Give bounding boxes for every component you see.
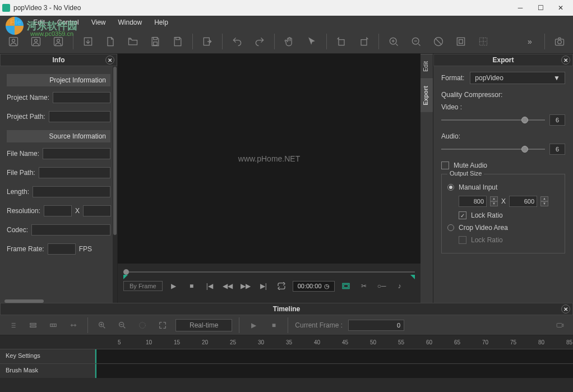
preview-viewport[interactable]: www.pHome.NET [118, 54, 420, 264]
tab-export[interactable]: Export [420, 79, 433, 112]
tool-no-zoom[interactable] [429, 33, 447, 50]
tl-tool-4[interactable] [66, 319, 81, 332]
resolution-width-input[interactable] [44, 205, 72, 216]
audio-quality-slider[interactable] [441, 149, 545, 150]
menu-window[interactable]: Window [113, 16, 148, 29]
mark-in-icon[interactable] [123, 275, 128, 279]
tl-expand[interactable] [155, 319, 170, 332]
tl-zoom-out[interactable] [115, 319, 130, 332]
output-width-input[interactable] [459, 196, 487, 207]
tl-zoom-fit[interactable] [135, 319, 150, 332]
realtime-button[interactable]: Real-time [175, 319, 232, 331]
output-height-input[interactable] [509, 196, 537, 207]
tool-save-as[interactable] [169, 33, 187, 50]
tool-hand[interactable] [280, 33, 298, 50]
minimize-button[interactable]: ─ [510, 1, 530, 15]
menu-control[interactable]: Control [52, 16, 85, 29]
tool-new-file[interactable] [101, 33, 119, 50]
tool-camera[interactable] [551, 33, 569, 50]
svg-rect-28 [557, 323, 562, 327]
mute-audio-checkbox[interactable] [441, 162, 449, 169]
loop-button[interactable] [275, 279, 288, 293]
video-quality-slider[interactable] [441, 119, 545, 121]
tl-tool-2[interactable] [26, 319, 40, 332]
close-button[interactable]: ✕ [551, 1, 571, 15]
scrubber-handle[interactable] [123, 269, 129, 275]
tool-grid[interactable] [474, 33, 492, 50]
info-scrollbar[interactable] [113, 66, 117, 303]
project-info-header: Project Information [7, 74, 110, 86]
maximize-button[interactable]: ☐ [530, 1, 551, 15]
cut-button[interactable]: ✂ [357, 279, 371, 293]
project-name-input[interactable] [53, 92, 110, 103]
tl-zoom-in[interactable] [95, 319, 109, 332]
keyframe-button[interactable]: ○─ [375, 279, 389, 293]
length-input[interactable] [33, 186, 110, 197]
chevron-down-icon: ▼ [553, 74, 560, 82]
menu-view[interactable]: View [86, 16, 112, 29]
tool-open-folder[interactable] [124, 33, 142, 50]
safe-area-button[interactable] [339, 279, 353, 293]
tool-save[interactable] [146, 33, 164, 50]
width-down-button[interactable]: ▼ [490, 201, 498, 206]
tool-export[interactable] [198, 33, 216, 50]
tl-camera-button[interactable] [553, 319, 567, 332]
tl-tool-1[interactable] [6, 319, 20, 332]
current-frame-input[interactable] [348, 320, 404, 331]
tool-overflow[interactable]: » [521, 33, 539, 50]
tool-undo[interactable] [228, 33, 246, 50]
menu-edit[interactable]: Edit [27, 16, 50, 29]
timeline-ruler[interactable]: 510152025303540455055606570758085 [0, 335, 573, 349]
menu-help[interactable]: Help [149, 16, 174, 29]
frame-rate-input[interactable] [48, 243, 76, 255]
tl-tool-3[interactable] [46, 319, 61, 332]
track-content-brush-mask[interactable] [95, 364, 573, 378]
export-panel-close[interactable]: ✕ [561, 56, 570, 64]
audio-button[interactable]: ♪ [393, 279, 406, 293]
info-panel-close[interactable]: ✕ [105, 56, 114, 64]
tool-import[interactable] [79, 33, 97, 50]
video-quality-value[interactable]: 6 [549, 114, 565, 126]
play-button[interactable]: ▶ [167, 279, 181, 293]
next-button[interactable]: ▶| [257, 279, 270, 293]
menu-file[interactable]: File [4, 16, 26, 29]
height-down-button[interactable]: ▼ [540, 201, 548, 206]
prev-button[interactable]: |◀ [203, 279, 216, 293]
scrubber[interactable] [123, 268, 415, 276]
tool-portrait-1[interactable] [4, 33, 22, 50]
track-content-key-settings[interactable] [95, 349, 573, 363]
stop-button[interactable]: ■ [185, 279, 198, 293]
audio-quality-value[interactable]: 6 [549, 144, 565, 155]
track-key-settings[interactable]: Key Settings [0, 349, 573, 363]
tool-portrait-2[interactable] [27, 33, 45, 50]
crop-video-radio[interactable] [447, 224, 454, 231]
tool-pointer[interactable] [303, 33, 321, 50]
codec-input[interactable] [31, 224, 110, 236]
tool-rotate-left[interactable] [332, 33, 350, 50]
tool-fit[interactable] [452, 33, 470, 50]
tab-edit[interactable]: Edit [420, 54, 433, 79]
tool-rotate-right[interactable] [355, 33, 373, 50]
by-frame-button[interactable]: By Frame [123, 281, 163, 291]
tool-redo[interactable] [251, 33, 269, 50]
manual-input-radio[interactable] [447, 184, 454, 191]
width-up-button[interactable]: ▲ [490, 196, 498, 201]
time-display[interactable]: 00:00:00 ◷ [293, 281, 335, 292]
tool-zoom-in[interactable] [385, 33, 403, 50]
forward-button[interactable]: ▶▶ [239, 279, 252, 293]
tool-zoom-out[interactable] [407, 33, 425, 50]
timeline-close[interactable]: ✕ [561, 305, 570, 313]
file-path-input[interactable] [39, 167, 110, 178]
rewind-button[interactable]: ◀◀ [221, 279, 234, 293]
resolution-height-input[interactable] [83, 205, 111, 216]
project-path-input[interactable] [49, 111, 110, 122]
tl-stop-button[interactable]: ■ [266, 319, 281, 332]
tl-play-button[interactable]: ▶ [246, 319, 261, 332]
lock-ratio-checkbox[interactable]: ✓ [459, 211, 466, 219]
format-dropdown[interactable]: popVideo ▼ [470, 72, 565, 84]
mark-out-icon[interactable] [410, 275, 415, 279]
track-brush-mask[interactable]: Brush Mask [0, 363, 573, 378]
tool-portrait-3[interactable] [49, 33, 67, 50]
file-name-input[interactable] [43, 148, 110, 159]
height-up-button[interactable]: ▲ [540, 196, 548, 201]
